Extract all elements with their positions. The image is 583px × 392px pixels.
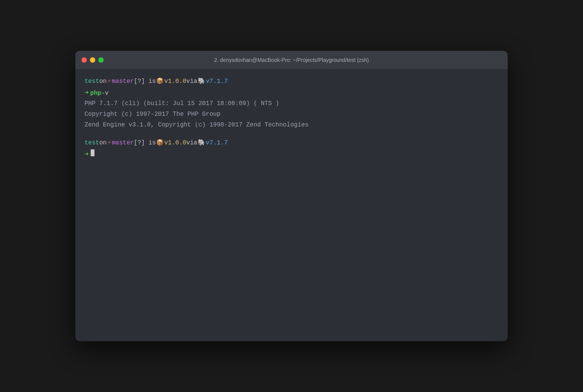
traffic-lights [81,57,104,63]
terminal-window: 2. denysdovhan@MacBook-Pro: ~/Projects/P… [75,51,508,341]
package-emoji-2: 📦 [156,138,164,148]
php-emoji-2: 🐘 [198,138,205,148]
output-text-1: PHP 7.1.7 (cli) (built: Jul 15 2017 18:0… [85,99,279,109]
spacer [85,131,498,138]
directory-1: test [85,77,99,87]
arrow-1: ➜ [85,87,89,99]
maximize-button[interactable] [98,57,104,63]
php-emoji-1: 🐘 [198,77,205,87]
via-2: via [186,138,197,148]
branch-2: master [112,138,134,148]
branch-1: master [112,77,134,87]
php-version-2: v7.1.7 [206,138,228,148]
php-version-1: v7.1.7 [206,77,228,87]
command-line-1: ➜ php -v [85,87,498,99]
cmd-args: -v [101,89,109,99]
directory-2: test [85,138,99,148]
cmd-php: php [90,89,101,99]
output-line-1: PHP 7.1.7 (cli) (built: Jul 15 2017 18:0… [85,99,498,109]
prompt-line-1: test on ⚡ master [?] is 📦 v1.0.0 via 🐘 v… [85,77,498,87]
git-icon-2: ⚡ [107,138,111,148]
title-bar: 2. denysdovhan@MacBook-Pro: ~/Projects/P… [75,51,508,69]
output-text-3: Zend Engine v3.1.0, Copyright (c) 1998-2… [85,120,309,130]
output-line-3: Zend Engine v3.1.0, Copyright (c) 1998-2… [85,120,498,130]
minimize-button[interactable] [90,57,95,63]
window-title: 2. denysdovhan@MacBook-Pro: ~/Projects/P… [214,57,369,63]
on-text-2: on [99,138,106,148]
status-2: [?] is [134,138,156,148]
package-emoji-1: 📦 [156,77,164,87]
arrow-2: ➜ [85,149,89,160]
prompt-line-2: test on ⚡ master [?] is 📦 v1.0.0 via 🐘 v… [85,138,498,148]
terminal-body[interactable]: test on ⚡ master [?] is 📦 v1.0.0 via 🐘 v… [75,69,508,341]
cursor [91,149,94,156]
version-2: v1.0.0 [164,138,186,148]
via-1: via [186,77,197,87]
version-1: v1.0.0 [164,77,186,87]
output-text-2: Copyright (c) 1997-2017 The PHP Group [85,110,220,120]
output-line-2: Copyright (c) 1997-2017 The PHP Group [85,110,498,120]
git-icon-1: ⚡ [107,77,111,87]
status-1: [?] is [134,77,156,87]
on-text-1: on [99,77,106,87]
close-button[interactable] [81,57,87,63]
command-line-2: ➜ [85,149,498,160]
